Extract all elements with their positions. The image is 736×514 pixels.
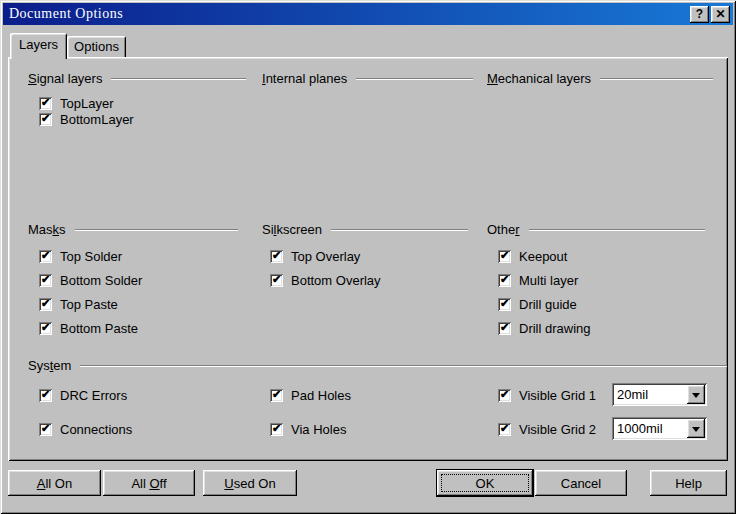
section-rule [80,365,727,367]
checkbox-connections[interactable]: ✔ Connections [39,421,132,437]
check-icon: ✔ [500,389,509,400]
section-label-silkscreen: Silkscreen [262,222,322,237]
checkbox-label[interactable]: Visible Grid 2 [519,422,596,437]
section-header-internal-planes: Internal planes [262,70,473,86]
checkbox-box[interactable]: ✔ [270,389,283,402]
section-rule [356,78,473,80]
checkbox-label[interactable]: Bottom Paste [60,321,138,336]
checkbox-box[interactable]: ✔ [498,322,511,335]
checkbox-label[interactable]: Top Overlay [291,249,360,264]
checkbox-label[interactable]: Top Paste [60,297,118,312]
visible-grid-1-value: 20mil [617,387,648,402]
checkbox-toplayer[interactable]: ✔ TopLayer [39,95,113,111]
layers-tab-content: Signal layers Internal planes Mechanical… [0,0,736,514]
arrow-down-icon [692,393,700,398]
check-icon: ✔ [41,322,50,333]
checkbox-label[interactable]: Pad Holes [291,388,351,403]
check-icon: ✔ [41,250,50,261]
section-rule [75,229,238,231]
checkbox-box[interactable]: ✔ [39,322,52,335]
checkbox-keepout[interactable]: ✔ Keepout [498,248,567,264]
check-icon: ✔ [500,423,509,434]
section-label-internal-planes: Internal planes [262,71,347,86]
check-icon: ✔ [272,389,281,400]
check-icon: ✔ [500,322,509,333]
checkbox-label[interactable]: DRC Errors [60,388,127,403]
checkbox-label[interactable]: Drill drawing [519,321,591,336]
checkbox-label[interactable]: Multi layer [519,273,578,288]
checkbox-label[interactable]: Drill guide [519,297,577,312]
checkbox-bottomlayer[interactable]: ✔ BottomLayer [39,111,134,127]
checkbox-bottom-solder[interactable]: ✔ Bottom Solder [39,272,142,288]
check-icon: ✔ [41,423,50,434]
checkbox-label[interactable]: Via Holes [291,422,346,437]
checkbox-via-holes[interactable]: ✔ Via Holes [270,421,346,437]
checkbox-top-solder[interactable]: ✔ Top Solder [39,248,122,264]
checkbox-box[interactable]: ✔ [39,389,52,402]
checkbox-label[interactable]: Visible Grid 1 [519,388,596,403]
checkbox-top-paste[interactable]: ✔ Top Paste [39,296,118,312]
document-options-dialog: Document Options ? ✕ Layers Options Sign… [0,0,736,514]
check-icon: ✔ [41,97,50,108]
check-icon: ✔ [41,113,50,124]
checkbox-box[interactable]: ✔ [39,423,52,436]
visible-grid-1-dropdown[interactable]: 20mil [612,383,707,406]
section-header-system: System [28,357,727,373]
checkbox-label[interactable]: Connections [60,422,132,437]
section-label-masks: Masks [28,222,66,237]
checkbox-visible-grid-1[interactable]: ✔ Visible Grid 1 [498,387,596,403]
checkbox-label[interactable]: Bottom Overlay [291,273,381,288]
checkbox-box[interactable]: ✔ [498,389,511,402]
check-icon: ✔ [41,389,50,400]
checkbox-label[interactable]: TopLayer [60,96,113,111]
section-label-system: System [28,358,71,373]
checkbox-box[interactable]: ✔ [270,250,283,263]
arrow-down-icon [692,427,700,432]
check-icon: ✔ [500,274,509,285]
visible-grid-2-dropdown-button[interactable] [687,419,705,438]
section-rule [331,229,468,231]
checkbox-box[interactable]: ✔ [498,250,511,263]
checkbox-bottom-paste[interactable]: ✔ Bottom Paste [39,320,138,336]
checkbox-box[interactable]: ✔ [39,250,52,263]
checkbox-box[interactable]: ✔ [498,423,511,436]
visible-grid-2-value: 1000mil [617,421,663,436]
checkbox-top-overlay[interactable]: ✔ Top Overlay [270,248,360,264]
section-label-signal-layers: Signal layers [28,71,102,86]
checkbox-drill-drawing[interactable]: ✔ Drill drawing [498,320,591,336]
check-icon: ✔ [500,298,509,309]
checkbox-box[interactable]: ✔ [270,274,283,287]
checkbox-label[interactable]: BottomLayer [60,112,134,127]
checkbox-box[interactable]: ✔ [270,423,283,436]
section-rule [111,78,246,80]
section-label-mechanical-layers: Mechanical layers [487,71,591,86]
section-header-silkscreen: Silkscreen [262,221,468,237]
checkbox-label[interactable]: Keepout [519,249,567,264]
visible-grid-1-dropdown-button[interactable] [687,385,705,404]
section-rule [529,229,705,231]
section-label-other: Other [487,222,520,237]
checkbox-multi-layer[interactable]: ✔ Multi layer [498,272,578,288]
section-rule [600,78,713,80]
checkbox-box[interactable]: ✔ [39,274,52,287]
checkbox-drc-errors[interactable]: ✔ DRC Errors [39,387,127,403]
checkbox-box[interactable]: ✔ [39,97,52,110]
visible-grid-2-dropdown[interactable]: 1000mil [612,417,707,440]
checkbox-label[interactable]: Top Solder [60,249,122,264]
checkbox-box[interactable]: ✔ [498,274,511,287]
check-icon: ✔ [272,274,281,285]
checkbox-bottom-overlay[interactable]: ✔ Bottom Overlay [270,272,381,288]
checkbox-box[interactable]: ✔ [39,113,52,126]
check-icon: ✔ [41,274,50,285]
section-header-other: Other [487,221,705,237]
checkbox-label[interactable]: Bottom Solder [60,273,142,288]
checkbox-box[interactable]: ✔ [498,298,511,311]
checkbox-drill-guide[interactable]: ✔ Drill guide [498,296,577,312]
check-icon: ✔ [500,250,509,261]
checkbox-visible-grid-2[interactable]: ✔ Visible Grid 2 [498,421,596,437]
checkbox-box[interactable]: ✔ [39,298,52,311]
section-header-masks: Masks [28,221,238,237]
section-header-signal-layers: Signal layers [28,70,246,86]
checkbox-pad-holes[interactable]: ✔ Pad Holes [270,387,351,403]
section-header-mechanical-layers: Mechanical layers [487,70,713,86]
